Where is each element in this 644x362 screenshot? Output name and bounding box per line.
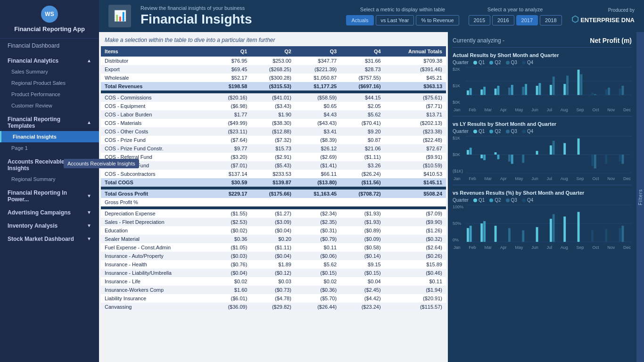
table-row[interactable]: COS - Referral Fund($3.20)($2.91)($2.69)… <box>101 153 446 161</box>
metric-pct-to-revenue-button[interactable]: % to Revenue <box>416 15 459 25</box>
sidebar-item-customer-review[interactable]: Customer Review <box>0 100 99 111</box>
table-cell: Insurance-Workers Comp <box>101 286 211 294</box>
filters-panel[interactable]: Filters <box>636 32 644 362</box>
table-cell: ($0.15) <box>295 269 340 277</box>
header-text: Review the financial insights of your bu… <box>140 5 337 27</box>
table-row[interactable]: Gross Profit % <box>101 198 446 206</box>
metric-selector: Select a metric to display within table … <box>346 7 459 25</box>
table-row[interactable]: COS - Other Costs($23.11)($12.88)$3.41$9… <box>101 127 446 136</box>
table-row[interactable]: Total Revenues$198.58($315.53)$1,177.25(… <box>101 82 446 90</box>
table-row[interactable]: Canvassing($36.09)($29.82)($26.44)($23.2… <box>101 303 446 311</box>
svg-rect-57 <box>508 228 511 242</box>
table-row[interactable]: COS - Prize Fund Constr.$9.77$15.73$26.1… <box>101 144 446 153</box>
sidebar-item-sales-summary[interactable]: Sales Summary <box>0 66 99 77</box>
sidebar-nav: Financial Dashboard Financial Analytics … <box>0 39 99 362</box>
table-cell: ($2.35) <box>295 218 340 226</box>
table-row[interactable]: COS - Equipment($6.98)($3.43)$0.65$2.05(… <box>101 102 446 110</box>
table-cell: $0.04 <box>340 277 385 286</box>
table-cell <box>211 198 251 206</box>
table-row[interactable]: Insurance - Auto/Property($0.03)($0.04)(… <box>101 252 446 260</box>
col-q4: Q4 <box>340 46 385 57</box>
col-q1: Q1 <box>211 46 251 57</box>
data-table-wrapper[interactable]: Items Q1 Q2 Q3 Q4 Annual Totals Distribu… <box>99 46 448 362</box>
svg-rect-42 <box>563 143 566 155</box>
year-2016-button[interactable]: 2016 <box>492 15 514 25</box>
svg-rect-41 <box>553 141 555 155</box>
table-cell: ($0.09) <box>340 235 385 243</box>
chart2-block: vs LY Results by Short Month and Quarter… <box>453 121 632 185</box>
table-cell: $15.89 <box>385 260 446 269</box>
table-row[interactable]: Insurance-Workers Comp$1.60($0.73)($0.36… <box>101 286 446 294</box>
table-row[interactable]: COS - Subcontractors$137.14$233.53$66.11… <box>101 170 446 178</box>
table-row[interactable]: Sealer Material$0.36$0.20($0.79)($0.09)(… <box>101 235 446 243</box>
year-2018-button[interactable]: 2018 <box>540 15 561 25</box>
table-cell: Depreciation Expense <box>101 209 211 218</box>
year-2017-button[interactable]: 2017 <box>516 15 538 25</box>
sidebar-item-advertising-campaigns[interactable]: Advertising Campaigns ▼ <box>0 205 99 218</box>
table-row[interactable]: Education($0.02)($0.04)($0.31)($0.89)($1… <box>101 226 446 235</box>
sidebar-item-page-1[interactable]: Page 1 <box>0 142 99 154</box>
table-row[interactable]: COS - Commissions($20.16)($41.01)($58.59… <box>101 93 446 102</box>
table-row[interactable]: Total Gross Profit$229.17($175.66)$1,163… <box>101 189 446 198</box>
table-row[interactable]: Liability Insurance($6.01)($4.78)($5.70)… <box>101 294 446 303</box>
chart3-block: vs Revenues Results (%) by Short Month a… <box>453 190 632 254</box>
metric-vs-last-year-button[interactable]: vs Last Year <box>376 15 414 25</box>
svg-rect-21 <box>591 93 594 95</box>
col-items: Items <box>101 46 211 57</box>
sidebar-item-financial-reporting-power[interactable]: Financial Reporting In Power... ▼ <box>0 185 99 205</box>
table-row[interactable]: COS - Repair Fund($7.01)($5.43)($1.41)$3… <box>101 161 446 170</box>
table-row[interactable]: Insurance - Health($0.76)$1.89$5.62$9.15… <box>101 260 446 269</box>
table-cell: ($22.48) <box>385 136 446 144</box>
table-cell: COS - Repair Fund <box>101 161 211 170</box>
table-row[interactable]: Insurance - Liability/Umbrella($0.04)($0… <box>101 269 446 277</box>
metric-actuals-button[interactable]: Actuals <box>346 15 373 25</box>
table-cell: $0.65 <box>295 102 340 110</box>
table-cell: ($29.82) <box>251 303 295 311</box>
table-cell: ($7.32) <box>251 136 295 144</box>
chart2-legend-q1: Q1 <box>473 129 485 134</box>
svg-rect-38 <box>522 155 524 163</box>
table-cell: ($0.06) <box>295 252 340 260</box>
sidebar-item-regional-product-sales[interactable]: Regional Product Sales <box>0 77 99 89</box>
table-cell: ($49.99) <box>211 119 251 127</box>
table-cell: ($4.78) <box>251 294 295 303</box>
sidebar-item-financial-reporting-templates[interactable]: Financial Reporting Templates ▲ <box>0 111 99 131</box>
svg-rect-6 <box>483 87 486 95</box>
sidebar-item-financial-analytics[interactable]: Financial Analytics ▲ <box>0 53 99 66</box>
table-row[interactable]: Wholesale$52.17($300.28)$1,050.87($757.5… <box>101 74 446 82</box>
table-row[interactable]: Sales - Fleet Depreciation($2.53)($3.09)… <box>101 218 446 226</box>
table-cell: ($2.91) <box>251 153 295 161</box>
table-cell: ($202.13) <box>385 119 446 127</box>
table-row[interactable]: Insurance - Life$0.02$0.03$0.02$0.04$0.1… <box>101 277 446 286</box>
table-cell: $253.00 <box>251 57 295 65</box>
table-cell: ($7.09) <box>385 209 446 218</box>
table-cell: ($7.01) <box>211 161 251 170</box>
table-row[interactable]: Distributor$76.95$253.00$347.77$31.66$70… <box>101 57 446 65</box>
table-cell: $233.53 <box>251 170 295 178</box>
table-row[interactable]: Depreciation Expense($1.55)($1.27)($2.34… <box>101 209 446 218</box>
chart2-legend-q3: Q3 <box>506 129 517 134</box>
sidebar-item-stock-market-dashboard[interactable]: Stock Market Dashboard ▼ <box>0 231 99 244</box>
table-cell: ($26.24) <box>340 170 385 178</box>
year-2015-button[interactable]: 2015 <box>469 15 490 25</box>
table-row[interactable]: COS - Materials($49.99)($38.30)($43.43)(… <box>101 119 446 127</box>
svg-rect-12 <box>525 84 527 95</box>
table-cell: ($0.26) <box>385 252 446 260</box>
svg-rect-47 <box>619 155 621 162</box>
sidebar-item-financial-insights[interactable]: Financial Insights <box>0 131 99 142</box>
table-row[interactable]: COS - Labor Burden$1.77$1.90$4.43$5.62$1… <box>101 110 446 119</box>
table-cell: ($1.93) <box>340 218 385 226</box>
chart2-legend-q4: Q4 <box>522 129 533 134</box>
table-row[interactable]: COS - Prize Fund($7.64)($7.32)($8.39)$0.… <box>101 136 446 144</box>
sidebar-item-product-performance[interactable]: Product Performance <box>0 89 99 100</box>
table-row[interactable]: Fuel Expense - Const.Admin($1.05)($1.11)… <box>101 243 446 252</box>
table-row[interactable]: Total COGS$30.59$139.87($13.80)($11.56)$… <box>101 178 446 187</box>
sidebar-item-accounts-receivable-insights[interactable]: Accounts Receivable Insights ▼ <box>0 154 99 173</box>
sidebar-item-financial-dashboard[interactable]: Financial Dashboard <box>0 39 99 53</box>
sidebar-item-inventory-analysis[interactable]: Inventory Analysis ▼ <box>0 218 99 231</box>
table-cell: ($2.53) <box>211 218 251 226</box>
sidebar-item-regional-summary[interactable]: Regional Summary <box>0 173 99 185</box>
table-cell: $1,050.87 <box>295 74 340 82</box>
table-cell: $45.21 <box>385 74 446 82</box>
table-row[interactable]: Export$69.45($268.25)($221.39)$28.73($39… <box>101 65 446 74</box>
